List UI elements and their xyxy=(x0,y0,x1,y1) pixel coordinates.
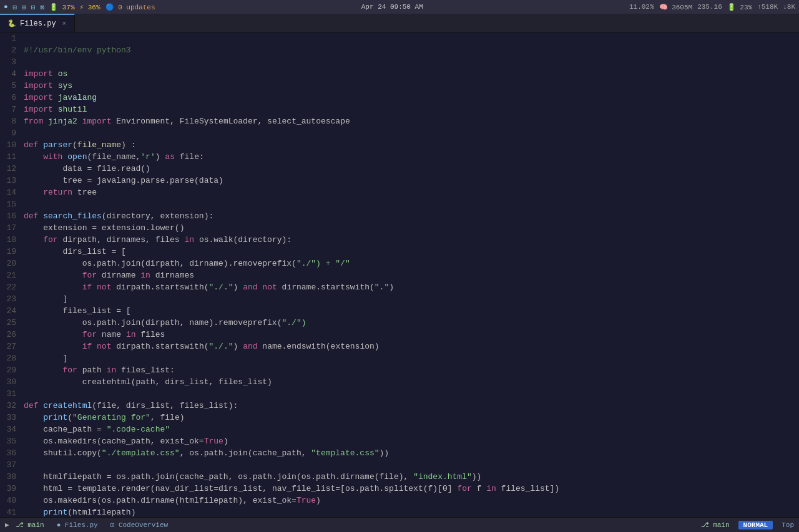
ln-24: 24 xyxy=(4,305,16,317)
code-line-24: os.path.join(dirpath, name).removeprefix… xyxy=(24,318,311,327)
ln-11: 11 xyxy=(4,151,16,163)
statusbar-right: ⎇ main NORMAL Top xyxy=(701,521,794,530)
ln-30: 30 xyxy=(4,376,16,388)
code-line-25: for name in files xyxy=(24,330,165,339)
code-line-2 xyxy=(24,57,29,67)
memory-usage: 🧠 3605M xyxy=(659,3,693,11)
tab-files-py[interactable]: 🐍 Files.py × xyxy=(0,14,75,32)
topbar-right: 11.02% 🧠 3605M 235.16 🔋 23% ↑518K ↓8K xyxy=(629,3,795,11)
code-line-13: return tree xyxy=(24,188,97,197)
ln-25: 25 xyxy=(4,317,16,329)
ln-37: 37 xyxy=(4,459,16,471)
code-line-39: os.makedirs(os.path.dirname(htmlfilepath… xyxy=(24,496,321,505)
ln-21: 21 xyxy=(4,269,16,281)
ln-34: 34 xyxy=(4,423,16,435)
code-line-36 xyxy=(24,460,29,470)
code-line-5: import javalang xyxy=(24,93,97,102)
ln-18: 18 xyxy=(4,234,16,246)
ln-35: 35 xyxy=(4,435,16,447)
code-line-27: ] xyxy=(24,354,67,363)
code-line-18: dirs_list = [ xyxy=(24,247,126,256)
tab-close-button[interactable]: × xyxy=(62,20,67,27)
code-line-6: import shutil xyxy=(24,105,87,114)
ln-31: 31 xyxy=(4,388,16,400)
code-line-29: createhtml(path, dirs_list, files_list) xyxy=(24,377,272,387)
code-line-30 xyxy=(24,389,29,399)
ln-17: 17 xyxy=(4,222,16,234)
code-line-14 xyxy=(24,200,29,209)
ln-39: 39 xyxy=(4,483,16,495)
ln-32: 32 xyxy=(4,400,16,412)
ln-38: 38 xyxy=(4,471,16,483)
ln-33: 33 xyxy=(4,412,16,423)
ln-20: 20 xyxy=(4,258,16,269)
tb-icon4: ⊠ xyxy=(40,3,44,11)
battery2: ⚡ 36% xyxy=(80,3,100,11)
tab-label: Files.py xyxy=(20,19,56,28)
vim-branch: ⎇ main xyxy=(701,521,730,529)
mem2: 235.16 xyxy=(697,3,722,11)
code-line-40: print(htmlfilepath) xyxy=(24,508,135,517)
code-line-35: shutil.copy("./template.css", os.path.jo… xyxy=(24,448,389,458)
topbar-clock: Apr 24 09:50 AM xyxy=(361,3,423,11)
ln-13: 13 xyxy=(4,175,16,186)
code-editor[interactable]: #!/usr/bin/env python3 import os import … xyxy=(21,32,799,517)
ln-2: 2 xyxy=(4,44,16,56)
ln-8: 8 xyxy=(4,115,16,127)
ln-6: 6 xyxy=(4,92,16,104)
code-line-33: cache_path = ".code-cache" xyxy=(24,425,170,434)
file-indicator-right: ⊡ CodeOverview xyxy=(110,521,168,529)
code-line-17: for dirpath, dirnames, files in os.walk(… xyxy=(24,235,292,244)
tb-icon3: ⊟ xyxy=(31,3,36,11)
code-line-11: data = file.read() xyxy=(24,164,150,173)
file-icon: 🐍 xyxy=(7,19,16,27)
ln-27: 27 xyxy=(4,341,16,352)
code-line-8 xyxy=(24,128,29,138)
tb-icon1: ⊡ xyxy=(13,3,17,11)
code-line-32: print("Generating for", file) xyxy=(24,413,184,422)
code-line-20: for dirname in dirnames xyxy=(24,271,194,280)
battery-pct: 🔋 23% xyxy=(727,3,752,11)
cpu-usage: 11.02% xyxy=(629,3,654,11)
ln-28: 28 xyxy=(4,352,16,364)
git-branch: ⎇ main xyxy=(16,521,44,529)
updates: 🔵 0 updates xyxy=(105,3,155,11)
editor: 1 2 3 4 5 6 7 8 9 10 11 12 13 14 15 16 1… xyxy=(0,32,799,517)
ln-29: 29 xyxy=(4,364,16,376)
code-line-38: html = template.render(nav_dir_list=dirs… xyxy=(24,484,559,493)
ln-41: 41 xyxy=(4,506,16,517)
line-numbers: 1 2 3 4 5 6 7 8 9 10 11 12 13 14 15 16 1… xyxy=(0,32,21,517)
network-down: ↓8K xyxy=(783,3,795,11)
ln-5: 5 xyxy=(4,80,16,92)
battery1: 🔋 37% xyxy=(49,3,74,11)
tb-icon2: ⊞ xyxy=(22,3,26,11)
vim-mode-badge: NORMAL xyxy=(738,521,773,530)
ln-23: 23 xyxy=(4,293,16,305)
code-line-34: os.makedirs(cache_path, exist_ok=True) xyxy=(24,437,228,446)
ln-1: 1 xyxy=(4,32,16,44)
ln-7: 7 xyxy=(4,104,16,115)
network-up: ↑518K xyxy=(757,3,778,11)
status-bar: ▶ ⎇ main ● Files.py ⊡ CodeOverview ⎇ mai… xyxy=(0,517,799,532)
ln-3: 3 xyxy=(4,56,16,68)
code-line-23: files_list = [ xyxy=(24,306,131,316)
code-line-21: if not dirpath.startswith("./.") and not… xyxy=(24,283,394,292)
ln-16: 16 xyxy=(4,210,16,222)
file-indicator-left: ● Files.py xyxy=(57,521,98,529)
ln-14: 14 xyxy=(4,186,16,198)
ln-4: 4 xyxy=(4,68,16,80)
code-line-4: import sys xyxy=(24,81,72,90)
code-line-31: def createhtml(file, dirs_list, files_li… xyxy=(24,401,238,410)
code-line-22: ] xyxy=(24,294,67,304)
code-line-7: from jinja2 import Environment, FileSyst… xyxy=(24,117,350,126)
cursor-icon: ▶ xyxy=(5,521,9,529)
ln-22: 22 xyxy=(4,281,16,293)
code-line-37: htmlfilepath = os.path.join(cache_path, … xyxy=(24,472,481,481)
statusbar-left: ▶ ⎇ main ● Files.py ⊡ CodeOverview xyxy=(5,521,168,529)
ln-40: 40 xyxy=(4,495,16,506)
tab-bar: 🐍 Files.py × xyxy=(0,14,799,32)
code-line-9: def parser(file_name) : xyxy=(24,140,135,150)
ln-15: 15 xyxy=(4,198,16,210)
scroll-position: Top xyxy=(782,521,794,529)
ln-19: 19 xyxy=(4,246,16,258)
